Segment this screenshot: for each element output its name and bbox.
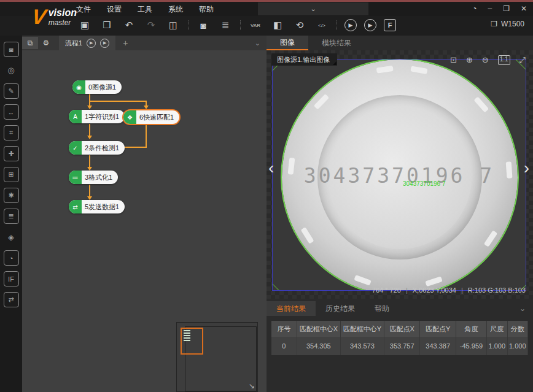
cell-match-y: 343.387 — [420, 337, 456, 355]
tab-image[interactable]: 图像 — [266, 36, 308, 50]
timer-icon[interactable]: ◔ — [4, 250, 19, 266]
window-controls: ◔ – ❐ ✕ — [472, 4, 527, 13]
flow-canvas[interactable]: ◉ 0图像源1 A 1字符识别1 ❖ 6快速匹配1 ✓ 2条件检测1 ≔ 3格式… — [22, 50, 266, 392]
tab-history-result[interactable]: 历史结果 — [316, 301, 365, 316]
flow-run-loop-button[interactable]: ▶ — [100, 39, 109, 48]
image-math-icon[interactable]: ⊞ — [4, 167, 19, 182]
image-size-value: 764 * 720 — [372, 286, 401, 294]
flow-collapse-chevron-icon[interactable]: ⌄ — [255, 39, 260, 47]
menu-system[interactable]: 系统 — [168, 4, 183, 15]
run-once-button[interactable]: ▶ — [344, 19, 357, 31]
flow-run-button[interactable]: ▶ — [87, 39, 96, 48]
image-viewer[interactable]: 图像源1.输出图像 ⊡ ⊕ ⊖ 1:1 ⤢ 30437370196 7 3043… — [266, 50, 533, 299]
col-header-match-x: 匹配点X — [384, 321, 421, 337]
folder-icon: ❒ — [491, 20, 497, 28]
cell-scale: 1.000 — [487, 337, 507, 355]
table-row[interactable]: 0 354.305 343.573 353.757 343.387 -45.95… — [271, 337, 528, 355]
protect-button[interactable]: ◫ — [166, 18, 181, 32]
redo-button[interactable]: ↷ — [144, 18, 158, 32]
one-to-one-icon[interactable]: 1:1 — [498, 55, 510, 65]
flow-node-fast-match[interactable]: ❖ 6快速匹配1 — [123, 110, 179, 124]
col-header-box-center-y: 匹配框中心Y — [341, 321, 384, 337]
image-edit-icon[interactable]: ✎ — [4, 83, 19, 99]
image-config-icon[interactable]: ✱ — [4, 188, 19, 203]
maximize-icon[interactable]: ⤢ — [519, 55, 526, 65]
tab-current-result[interactable]: 当前结果 — [266, 301, 316, 316]
flow-node-format[interactable]: ≔ 3格式化1 — [69, 171, 118, 184]
fit-view-icon[interactable]: ⊡ — [450, 55, 457, 65]
zoom-out-icon[interactable]: ⊖ — [482, 55, 489, 65]
contrast-button[interactable]: ◧ — [270, 18, 285, 32]
col-header-angle: 角度 — [456, 321, 487, 337]
measure-width-icon[interactable]: ↔ — [4, 104, 19, 120]
results-collapse-chevron-icon[interactable]: ⌄ — [519, 304, 526, 313]
save-button[interactable]: ▣ — [77, 18, 92, 32]
col-header-scale: 尺度 — [487, 321, 507, 337]
image-display-area[interactable]: 30437370196 7 30437370196 7 — [272, 59, 526, 291]
app-logo: V vision master — [32, 5, 77, 29]
performance-monitor-icon[interactable]: ◔ — [472, 4, 477, 13]
flow-node-label: 6快速匹配1 — [139, 113, 174, 122]
flow-connector — [146, 125, 147, 147]
position-correct-icon[interactable]: ✚ — [4, 146, 19, 161]
zoom-in-icon[interactable]: ⊕ — [466, 55, 473, 65]
if-logic-icon[interactable]: IF — [4, 271, 19, 286]
menu-settings[interactable]: 设置 — [107, 4, 122, 15]
status-separator: | — [406, 286, 408, 294]
flow-tab[interactable]: 流程1 ▶ ▶ — [59, 36, 115, 50]
run-continuous-button[interactable]: ▶ — [364, 19, 376, 31]
toolbar-separator — [337, 20, 337, 30]
table-header-row: 序号 匹配框中心X 匹配框中心Y 匹配点X 匹配点Y 角度 尺度 分数 — [271, 321, 528, 337]
camera-source-icon[interactable]: ◙ — [4, 42, 19, 57]
col-header-box-center-x: 匹配框中心X — [297, 321, 341, 337]
menu-bar: 文件 设置 工具 系统 帮助 — [76, 4, 214, 15]
menu-tools[interactable]: 工具 — [138, 4, 152, 15]
histogram-icon[interactable]: ≣ — [4, 209, 19, 224]
script-button[interactable]: </> — [314, 18, 329, 32]
title-dropdown[interactable]: ⌄ — [258, 2, 368, 15]
flow-node-char-recognition[interactable]: A 1字符识别1 — [69, 110, 125, 123]
close-button[interactable]: ✕ — [521, 4, 527, 13]
calibration-icon[interactable]: ◈ — [4, 229, 19, 245]
flow-node-label: 3格式化1 — [85, 173, 112, 182]
logo-line2: master — [49, 18, 77, 27]
camera-button[interactable]: ◙ — [196, 18, 211, 32]
data-exchange-icon[interactable]: ⇄ — [4, 292, 19, 307]
menu-help[interactable]: 帮助 — [199, 4, 214, 15]
minimap-resize-icon[interactable]: ↘ — [249, 382, 255, 390]
focus-region-icon[interactable]: ⌗ — [4, 125, 19, 140]
image-source-icon: ◉ — [72, 80, 85, 94]
main-toolbar: ▣ ❒ ↶ ↷ ◫ ◙ ≣ VAR ◧ ⟲ </> ▶ ▶ F — [77, 18, 396, 32]
tab-help[interactable]: 帮助 — [365, 301, 399, 316]
undo-button[interactable]: ↶ — [122, 18, 136, 32]
minimap-viewport[interactable] — [181, 328, 203, 355]
module-list-button[interactable]: ≣ — [218, 18, 233, 32]
flow-node-condition-check[interactable]: ✓ 2条件检测1 — [69, 141, 125, 155]
target-position-icon[interactable]: ◎ — [4, 63, 19, 78]
next-image-arrow[interactable]: › — [524, 159, 529, 177]
flow-node-send-data[interactable]: ⇄ 5发送数据1 — [69, 200, 125, 213]
tab-module-result[interactable]: 模块结果 — [308, 36, 365, 50]
toolbar-separator — [240, 20, 241, 30]
flow-minimap[interactable]: ↘ — [176, 322, 258, 392]
prev-image-arrow[interactable]: ‹ — [268, 159, 274, 177]
viewer-toolbar: ⊡ ⊕ ⊖ 1:1 ⤢ — [450, 55, 526, 65]
wrench-icon[interactable]: ⚙ — [38, 37, 54, 49]
stop-flow-button[interactable]: F — [384, 19, 396, 31]
add-flow-button[interactable]: + — [123, 38, 128, 48]
toolbar-separator — [188, 20, 189, 30]
logo-v-icon: V — [30, 5, 47, 29]
global-refresh-button[interactable]: ⟲ — [292, 18, 307, 32]
variable-button[interactable]: VAR — [248, 18, 263, 32]
workspace-selector[interactable]: ❒ W1500 — [491, 20, 524, 28]
restore-button[interactable]: ❐ — [503, 4, 510, 13]
image-source-selector[interactable]: 图像源1.输出图像 — [271, 53, 337, 66]
open-button[interactable]: ❒ — [99, 18, 114, 32]
minimap-node-mark — [184, 335, 190, 336]
viewer-tab-bar: 图像 模块结果 — [266, 36, 533, 50]
flow-connector — [89, 124, 90, 136]
flow-node-image-source[interactable]: ◉ 0图像源1 — [72, 80, 122, 94]
minimize-button[interactable]: – — [488, 4, 492, 13]
menu-file[interactable]: 文件 — [76, 4, 91, 15]
flowchart-view-icon[interactable]: ⧉ — [22, 37, 38, 49]
